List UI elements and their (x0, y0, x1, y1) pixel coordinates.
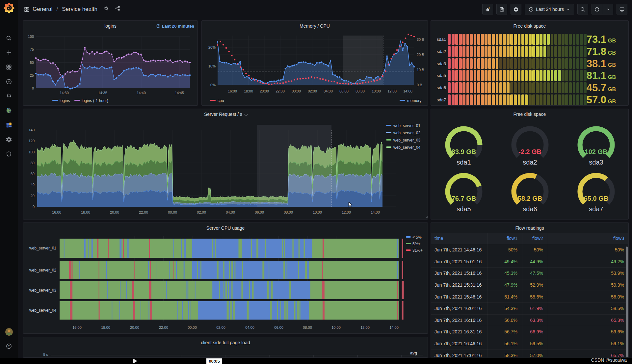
svg-text:8 s: 8 s (43, 352, 48, 356)
svg-text:12:00: 12:00 (342, 210, 351, 214)
svg-text:sda1: sda1 (457, 159, 471, 166)
svg-text:100: 100 (29, 150, 35, 154)
svg-text:00:00: 00:00 (168, 210, 177, 214)
svg-text:14:00: 14:00 (403, 89, 412, 93)
svg-text:08:00: 08:00 (356, 89, 365, 93)
svg-text:10%: 10% (208, 64, 216, 68)
svg-text:web_server_01: web_server_01 (393, 123, 420, 128)
svg-text:40: 40 (31, 183, 35, 187)
svg-text:10:00: 10:00 (331, 325, 341, 329)
svg-text:04:00: 04:00 (226, 210, 235, 214)
svg-text:25: 25 (30, 73, 34, 77)
svg-text:memory: memory (407, 98, 421, 103)
svg-text:16:00: 16:00 (72, 325, 82, 329)
svg-text:0%: 0% (210, 83, 216, 87)
svg-text:04:00: 04:00 (324, 89, 333, 93)
svg-text:< 5%: < 5% (412, 235, 422, 240)
svg-text:16:00: 16:00 (52, 210, 61, 214)
svg-text:04:00: 04:00 (245, 325, 254, 329)
svg-text:12:00: 12:00 (387, 89, 397, 93)
svg-text:58.2 GB: 58.2 GB (518, 195, 542, 202)
svg-text:16:00: 16:00 (228, 89, 237, 93)
svg-text:14:00: 14:00 (371, 210, 380, 214)
svg-text:08:00: 08:00 (303, 325, 312, 329)
svg-text:14:45: 14:45 (175, 91, 184, 95)
svg-text:5%+: 5%+ (412, 242, 420, 246)
svg-text:22:00: 22:00 (276, 89, 285, 93)
svg-text:14:40: 14:40 (137, 91, 146, 95)
svg-text:00:00: 00:00 (292, 89, 301, 93)
svg-text:0 B: 0 B (417, 83, 422, 87)
svg-text:14:30: 14:30 (60, 91, 69, 95)
svg-text:30 B: 30 B (417, 38, 424, 41)
svg-text:20:00: 20:00 (130, 325, 139, 329)
svg-text:web_server_03: web_server_03 (393, 138, 420, 143)
svg-text:120: 120 (29, 139, 35, 143)
svg-text:-2.2 GB: -2.2 GB (518, 148, 541, 155)
svg-text:18:00: 18:00 (101, 325, 110, 329)
svg-text:web_server_03: web_server_03 (29, 288, 56, 293)
svg-text:web_server_04: web_server_04 (393, 145, 420, 150)
svg-text:08:00: 08:00 (284, 210, 293, 214)
svg-text:?: ? (8, 345, 10, 348)
svg-text:102 GB: 102 GB (585, 148, 608, 155)
svg-text:76.7 GB: 76.7 GB (452, 195, 476, 202)
svg-text:14:00: 14:00 (389, 325, 399, 329)
svg-text:100: 100 (28, 35, 34, 39)
svg-text:80: 80 (31, 161, 35, 165)
svg-text:20 B: 20 B (417, 53, 424, 57)
svg-text:web_server_02: web_server_02 (393, 131, 420, 135)
svg-text:02:00: 02:00 (308, 89, 317, 93)
svg-text:sda3: sda3 (589, 159, 603, 166)
svg-text:12:00: 12:00 (360, 325, 370, 329)
svg-text:logins (-1 hour): logins (-1 hour) (82, 98, 108, 103)
svg-text:140: 140 (29, 128, 35, 132)
svg-text:0: 0 (33, 205, 35, 209)
svg-text:18:00: 18:00 (244, 89, 253, 93)
svg-text:83.9 GB: 83.9 GB (452, 148, 476, 155)
svg-text:cpu: cpu (218, 98, 224, 103)
svg-text:02:00: 02:00 (197, 210, 206, 214)
svg-text:10 B: 10 B (417, 68, 424, 72)
svg-text:18:00: 18:00 (81, 210, 90, 214)
svg-text:20%: 20% (208, 45, 216, 49)
svg-text:20: 20 (31, 194, 35, 198)
svg-text:14:35: 14:35 (98, 91, 107, 95)
svg-text:20:00: 20:00 (260, 89, 269, 93)
svg-text:00:00: 00:00 (188, 325, 197, 329)
svg-text:web_server_04: web_server_04 (29, 308, 56, 313)
svg-text:02:00: 02:00 (216, 325, 225, 329)
svg-text:22:00: 22:00 (139, 210, 148, 214)
svg-text:75: 75 (30, 47, 34, 51)
svg-text:60: 60 (31, 172, 35, 176)
svg-text:10:00: 10:00 (313, 210, 322, 214)
svg-text:22:00: 22:00 (159, 325, 168, 329)
svg-text:0: 0 (32, 86, 34, 90)
svg-text:06:00: 06:00 (339, 89, 349, 93)
svg-text:sda2: sda2 (523, 159, 537, 166)
svg-text:sda7: sda7 (589, 205, 603, 213)
svg-text:web_server_02: web_server_02 (29, 268, 56, 273)
svg-text:sda5: sda5 (457, 205, 471, 213)
svg-text:65.0 GB: 65.0 GB (584, 195, 608, 202)
svg-text:10:00: 10:00 (372, 89, 381, 93)
svg-text:sda6: sda6 (523, 205, 537, 213)
svg-text:web_server_01: web_server_01 (29, 246, 56, 250)
svg-text:50: 50 (30, 61, 34, 65)
svg-text:20:00: 20:00 (110, 210, 119, 214)
svg-text:avg: avg (410, 351, 417, 355)
svg-text:06:00: 06:00 (255, 210, 264, 214)
svg-text:06:00: 06:00 (274, 325, 283, 329)
svg-text:31%+: 31%+ (412, 248, 423, 253)
svg-text:logins: logins (60, 98, 70, 103)
